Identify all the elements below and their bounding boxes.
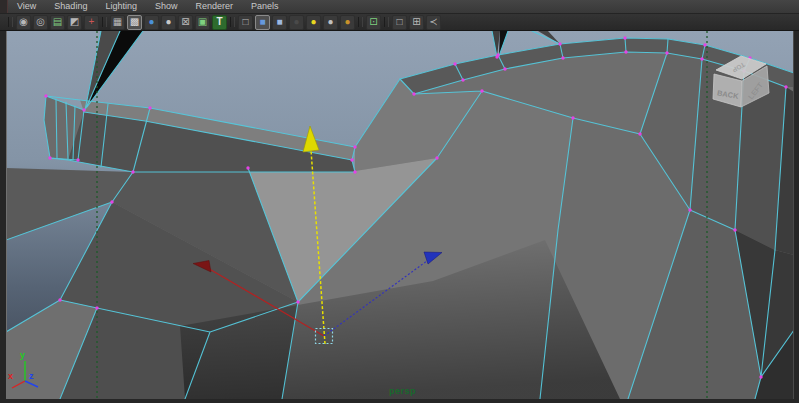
viewport-3d[interactable]: x y z persp TOP BACK LEFT bbox=[0, 31, 799, 403]
directional-light-icon[interactable]: ● bbox=[306, 15, 321, 30]
axis-y-label: y bbox=[20, 350, 25, 360]
camera-attributes-icon[interactable]: ◎ bbox=[33, 15, 48, 30]
viewport-icon-bar: ◉◎▤◩+▦▩●●⊠▣T□■■●●●●⊡□⊞≺ bbox=[0, 14, 799, 31]
shaded-sphere-icon[interactable]: ● bbox=[144, 15, 159, 30]
flat-sphere-icon[interactable]: ● bbox=[161, 15, 176, 30]
toolbar-separator bbox=[102, 17, 107, 27]
menu-renderer[interactable]: Renderer bbox=[186, 0, 242, 13]
select-camera-icon[interactable]: ◉ bbox=[16, 15, 31, 30]
toolbar-separator bbox=[230, 17, 235, 27]
snap-to-point-icon[interactable]: + bbox=[84, 15, 99, 30]
menu-lighting[interactable]: Lighting bbox=[96, 0, 146, 13]
axis-x-label: x bbox=[8, 371, 13, 381]
axis-z-label: z bbox=[29, 371, 34, 381]
share-view-icon[interactable]: ≺ bbox=[426, 15, 441, 30]
point-light-icon[interactable]: ● bbox=[323, 15, 338, 30]
textured-display-icon[interactable]: T bbox=[212, 15, 227, 30]
viewport-canvas[interactable]: x y z persp TOP BACK LEFT bbox=[0, 31, 799, 403]
menu-show[interactable]: Show bbox=[146, 0, 187, 13]
film-gate-icon[interactable]: ▦ bbox=[110, 15, 125, 30]
menu-items: ViewShadingLightingShowRendererPanels bbox=[8, 0, 288, 13]
spot-light-icon[interactable]: ● bbox=[340, 15, 355, 30]
panel-edge-marker bbox=[0, 0, 8, 13]
menu-shading[interactable]: Shading bbox=[45, 0, 96, 13]
resolution-gate-icon[interactable]: ▩ bbox=[127, 15, 142, 30]
menu-panels[interactable]: Panels bbox=[242, 0, 288, 13]
wireframe-box-icon[interactable]: ⊠ bbox=[178, 15, 193, 30]
maya-viewport-panel: { "menu_bar": { "items": [ {"name":"menu… bbox=[0, 0, 799, 403]
default-material-icon[interactable]: ▣ bbox=[195, 15, 210, 30]
camera-label: persp bbox=[389, 386, 416, 396]
layers-overlap-icon[interactable]: ⊞ bbox=[409, 15, 424, 30]
smooth-shade-cube-icon[interactable]: ■ bbox=[255, 15, 270, 30]
toolbar-separator bbox=[384, 17, 389, 27]
isolate-select-icon[interactable]: ⊡ bbox=[366, 15, 381, 30]
image-plane-icon[interactable]: ▤ bbox=[50, 15, 65, 30]
polygon-cube-icon[interactable]: □ bbox=[392, 15, 407, 30]
default-lighting-icon[interactable]: □ bbox=[238, 15, 253, 30]
toolbar-separator bbox=[8, 17, 13, 27]
xray-cube-icon[interactable]: ■ bbox=[272, 15, 287, 30]
viewport-menu-bar: ViewShadingLightingShowRendererPanels bbox=[0, 0, 799, 14]
menu-view[interactable]: View bbox=[8, 0, 45, 13]
bookmarks-icon[interactable]: ◩ bbox=[67, 15, 82, 30]
use-no-lights-icon[interactable]: ● bbox=[289, 15, 304, 30]
toolbar-separator bbox=[358, 17, 363, 27]
